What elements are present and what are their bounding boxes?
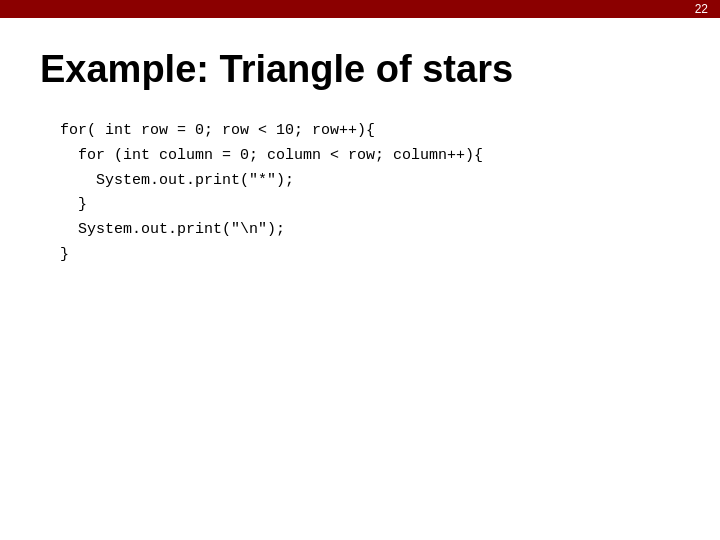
code-line-1: for( int row = 0; row < 10; row++){ bbox=[60, 119, 680, 144]
slide-number: 22 bbox=[695, 2, 708, 16]
code-line-4: } bbox=[60, 193, 680, 218]
code-line-6: } bbox=[60, 243, 680, 268]
code-line-5: System.out.print("\n"); bbox=[60, 218, 680, 243]
slide-content: Example: Triangle of stars for( int row … bbox=[0, 18, 720, 288]
code-line-3: System.out.print("*"); bbox=[60, 169, 680, 194]
top-bar: 22 bbox=[0, 0, 720, 18]
slide-title: Example: Triangle of stars bbox=[40, 48, 680, 91]
code-block: for( int row = 0; row < 10; row++){ for … bbox=[40, 119, 680, 268]
code-line-2: for (int column = 0; column < row; colum… bbox=[60, 144, 680, 169]
